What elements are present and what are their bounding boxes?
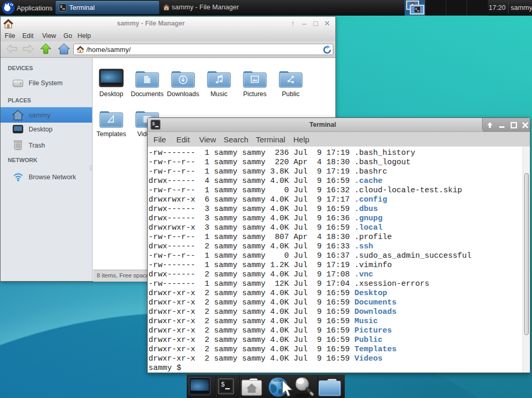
svg-text:$: $: [152, 121, 155, 127]
svg-text:$: $: [221, 381, 225, 389]
svg-text:$: $: [415, 7, 417, 11]
svg-text:$: $: [60, 5, 62, 9]
